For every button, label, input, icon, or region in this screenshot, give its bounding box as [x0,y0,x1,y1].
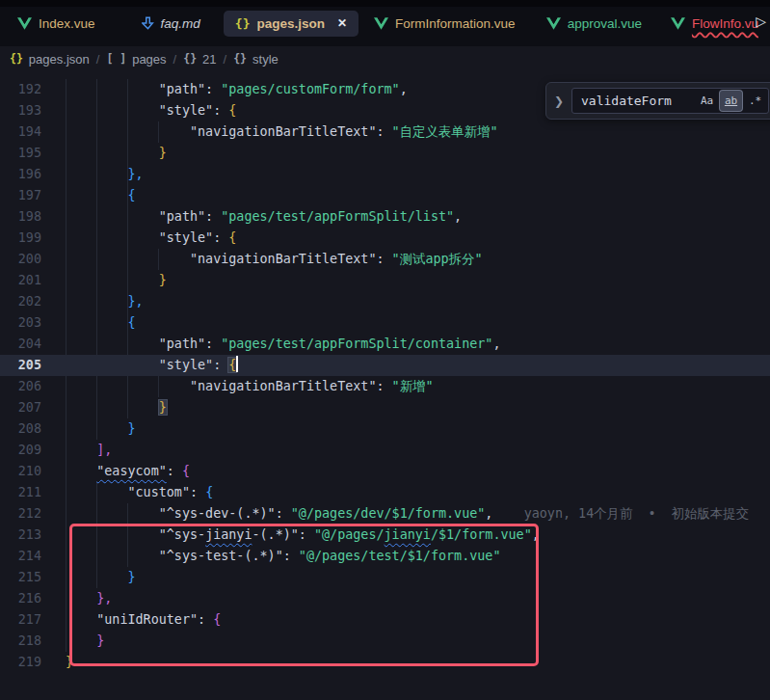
tab-pages-json[interactable]: {}pages.json✕ [224,11,358,37]
line-number: 209 [0,440,66,461]
code-text: } [66,270,770,291]
line-number: 213 [0,525,66,546]
code-line-201[interactable]: 201 } [0,270,770,291]
code-line-204[interactable]: 204 "path": "pages/test/appFormSplit/con… [0,334,770,355]
tab-flowinfo-vu[interactable]: FlowInfo.vu [661,11,768,37]
find-expand-chevron-icon[interactable]: ❯ [546,94,571,108]
regex-toggle[interactable]: .* [744,91,766,111]
code-text: } [66,631,770,652]
code-text: "path": "pages/test/appFormSplit/contain… [66,334,770,355]
code-lines: 192 "path": "pages/customForm/form",193 … [0,79,770,673]
code-line-210[interactable]: 210 "easycom": { [0,461,770,482]
code-editor[interactable]: 192 "path": "pages/customForm/form",193 … [0,71,770,700]
line-number: 196 [0,164,66,185]
code-line-219[interactable]: 219} [0,652,770,673]
find-input-value[interactable]: validateForm [572,94,696,108]
code-line-213[interactable]: 213 "^sys-jianyi-(.*)": "@/pages/jianyi/… [0,525,770,546]
breadcrumb-item-pages-json[interactable]: {}pages.json [10,52,90,67]
code-line-217[interactable]: 217 "uniIdRouter": { [0,609,770,631]
line-number: 216 [0,588,66,609]
code-text: }, [66,291,770,312]
breadcrumb-item-style[interactable]: {}style [233,52,279,67]
match-case-toggle[interactable]: Aa [696,91,718,111]
code-line-200[interactable]: 200 "navigationBarTitleText": "测试app拆分" [0,249,770,270]
code-line-195[interactable]: 195 } [0,143,770,164]
tab-label: faq.md [161,16,200,31]
code-text: ], [66,440,770,461]
code-text: "custom": { [66,482,770,503]
code-text: } [66,397,770,418]
breadcrumb-label: pages [132,52,166,67]
code-line-198[interactable]: 198 "path": "pages/test/appFormSplit/lis… [0,206,770,228]
code-line-206[interactable]: 206 "navigationBarTitleText": "新增" [0,376,770,397]
code-text: }, [66,164,770,185]
breadcrumb-separator: / [224,52,227,67]
line-number: 207 [0,397,66,418]
code-line-199[interactable]: 199 "style": { [0,228,770,249]
tab-label: approval.vue [568,16,642,31]
tab-approval-vue[interactable]: approval.vue [537,11,651,37]
breadcrumb: {}pages.json/[ ]pages/{}21/{}style [0,46,770,71]
line-number: 205 [0,355,66,376]
vue-icon [374,17,388,30]
line-number: 210 [0,461,66,482]
code-line-202[interactable]: 202 }, [0,291,770,312]
code-line-216[interactable]: 216 }, [0,588,770,609]
code-line-211[interactable]: 211 "custom": { [0,482,770,503]
vue-icon [546,17,561,30]
code-line-212[interactable]: 212 "^sys-dev-(.*)": "@/pages/dev/$1/for… [0,503,770,525]
line-number: 202 [0,291,66,312]
vue-icon [17,17,32,30]
code-line-194[interactable]: 194 "navigationBarTitleText": "自定义表单新增" [0,121,770,143]
code-line-209[interactable]: 209 ], [0,440,770,461]
tab-label: pages.json [256,16,325,31]
breadcrumb-label: 21 [202,52,216,67]
tab-close-icon[interactable]: ✕ [337,16,347,30]
code-text: "^sys-dev-(.*)": "@/pages/dev/$1/form.vu… [66,503,770,525]
code-line-208[interactable]: 208 } [0,418,770,440]
code-line-215[interactable]: 215 } [0,567,770,588]
breadcrumb-label: style [252,52,279,67]
line-number: 218 [0,631,66,652]
run-button[interactable]: ▷ [756,13,766,29]
code-text: } [66,418,770,440]
code-text: } [66,652,770,673]
line-number: 208 [0,418,66,440]
code-line-207[interactable]: 207 } [0,397,770,418]
tab-forminformation-vue[interactable]: FormInformation.vue [364,11,525,37]
code-line-203[interactable]: 203 { [0,312,770,334]
line-number: 195 [0,143,66,164]
code-text: "uniIdRouter": { [66,609,770,631]
line-number: 204 [0,334,66,355]
line-number: 206 [0,376,66,397]
code-text: "navigationBarTitleText": "测试app拆分" [66,249,770,270]
object-braces-icon: {} [183,52,197,66]
tab-index-vue[interactable]: Index.vue [8,11,105,37]
tab-faq-md[interactable]: faq.md [132,11,210,37]
code-text: "path": "pages/test/appFormSplit/list", [66,206,770,228]
breadcrumb-item-pages[interactable]: [ ]pages [106,52,166,67]
find-widget: ❯ validateForm Aaab.* [545,82,770,120]
text-cursor [236,356,238,372]
line-number: 217 [0,609,66,631]
code-text: "^sys-test-(.*)": "@/pages/test/$1/form.… [66,546,770,567]
whole-word-toggle[interactable]: ab [720,91,742,111]
line-number: 214 [0,546,66,567]
object-braces-icon: {} [10,52,23,66]
breadcrumb-item-21[interactable]: {}21 [183,52,216,67]
object-braces-icon: {} [233,52,247,66]
code-text: "navigationBarTitleText": "新增" [66,376,770,397]
find-input[interactable]: validateForm Aaab.* [571,88,769,114]
code-line-214[interactable]: 214 "^sys-test-(.*)": "@/pages/test/$1/f… [0,546,770,567]
tab-label: Index.vue [39,16,95,31]
line-number: 201 [0,270,66,291]
code-line-205[interactable]: 205 "style": { [0,355,770,376]
code-text: { [66,185,770,206]
breadcrumb-separator: / [173,52,177,67]
code-line-218[interactable]: 218 } [0,631,770,652]
breadcrumb-label: pages.json [29,52,90,67]
line-number: 212 [0,503,66,525]
code-line-196[interactable]: 196 }, [0,164,770,185]
arrow-down-icon [142,16,154,30]
code-line-197[interactable]: 197 { [0,185,770,206]
